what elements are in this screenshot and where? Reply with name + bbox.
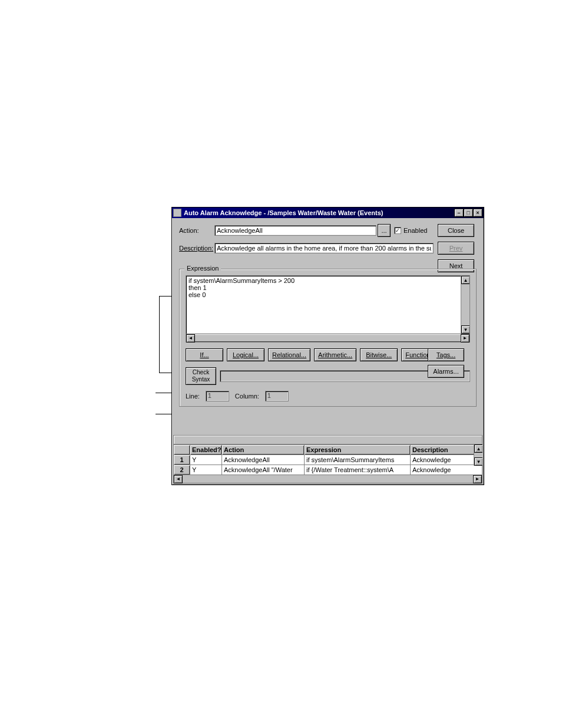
scroll-down-icon[interactable]: ▼ <box>474 457 482 466</box>
col-header-action[interactable]: Action <box>222 445 305 455</box>
expression-textarea[interactable]: if system\AlarmSummaryItems > 200 then 1… <box>186 275 470 334</box>
scroll-right-icon[interactable]: ► <box>461 334 470 342</box>
dialog-window: Auto Alarm Acknowledge - /Samples Water/… <box>171 207 484 485</box>
expression-hscroll[interactable]: ◄ ► <box>186 334 470 342</box>
grid-area: Enabled? Action Expression Description 1… <box>173 444 482 483</box>
cell-enabled[interactable]: Y <box>190 465 222 475</box>
window-title: Auto Alarm Acknowledge - /Samples Water/… <box>184 209 454 216</box>
minimize-button[interactable]: – <box>454 209 464 217</box>
row-number: 2 <box>174 465 190 475</box>
line-label: Line: <box>186 393 200 400</box>
col-header-description[interactable]: Description <box>411 445 482 455</box>
scroll-up-icon[interactable]: ▲ <box>474 444 482 453</box>
enabled-checkbox[interactable]: ✓ <box>394 227 401 234</box>
cell-expression[interactable]: if system\AlarmSummaryItems <box>305 455 411 465</box>
close-window-button[interactable]: × <box>473 209 482 217</box>
cell-description[interactable]: Acknowledge <box>411 455 482 465</box>
logical-button[interactable]: Logical... <box>227 348 265 361</box>
line-column-row: Line: 1 Column: 1 <box>186 391 470 401</box>
cell-action[interactable]: AcknowledgeAll <box>222 455 305 465</box>
scroll-left-icon[interactable]: ◄ <box>186 334 195 342</box>
arithmetic-button[interactable]: Arithmetic... <box>314 348 356 361</box>
grid-vscroll[interactable]: ▲ ▼ <box>474 444 482 466</box>
annotation-bracket-vertical <box>159 296 160 373</box>
cell-expression[interactable]: if {/Water Treatment::system\A <box>305 465 411 475</box>
app-icon <box>173 209 181 217</box>
grid-hscroll[interactable]: ◄ ► <box>173 475 482 483</box>
action-input[interactable] <box>214 225 376 236</box>
cell-enabled[interactable]: Y <box>190 455 222 465</box>
description-label: Description: <box>179 245 214 252</box>
check-syntax-button[interactable]: Check Syntax <box>186 367 216 385</box>
alarms-button[interactable]: Alarms... <box>428 365 464 378</box>
scroll-down-icon[interactable]: ▼ <box>461 325 470 334</box>
table-header-row: Enabled? Action Expression Description <box>174 445 482 455</box>
cell-action[interactable]: AcknowledgeAll "/Water <box>222 465 305 475</box>
row-number: 1 <box>174 455 190 465</box>
prev-button[interactable]: Prev <box>438 242 474 255</box>
events-table[interactable]: Enabled? Action Expression Description 1… <box>173 444 482 475</box>
action-row: Action: ... ✓ Enabled <box>179 224 477 237</box>
if-button[interactable]: If... <box>186 348 223 361</box>
scroll-left-icon[interactable]: ◄ <box>174 475 183 483</box>
col-header-expression[interactable]: Expression <box>305 445 411 455</box>
column-label: Column: <box>235 393 259 400</box>
maximize-button[interactable]: □ <box>464 209 473 217</box>
line-readout: 1 <box>206 391 229 401</box>
enabled-label: Enabled <box>404 227 427 234</box>
enabled-checkbox-wrap: ✓ Enabled <box>394 227 427 234</box>
titlebar[interactable]: Auto Alarm Acknowledge - /Samples Water/… <box>172 207 484 218</box>
action-label: Action: <box>179 227 214 234</box>
expression-vscroll[interactable]: ▲ ▼ <box>461 276 470 334</box>
scroll-right-icon[interactable]: ► <box>473 475 482 483</box>
browse-action-button[interactable]: ... <box>378 224 391 237</box>
relational-button[interactable]: Relational... <box>268 348 310 361</box>
description-input[interactable] <box>214 243 434 253</box>
expression-text: if system\AlarmSummaryItems > 200 then 1… <box>189 277 295 298</box>
tags-button[interactable]: Tags... <box>428 348 464 361</box>
table-row[interactable]: 1 Y AcknowledgeAll if system\AlarmSummar… <box>174 455 482 465</box>
expression-group-label: Expression <box>184 265 221 272</box>
row-header-corner <box>174 445 190 455</box>
bitwise-button[interactable]: Bitwise... <box>360 348 398 361</box>
statusbar <box>173 435 482 444</box>
description-row: Description: <box>179 243 477 253</box>
client-area: Close Prev Next Action: ... ✓ Enabled De… <box>172 218 484 485</box>
cell-description[interactable]: Acknowledge <box>411 465 482 475</box>
column-readout: 1 <box>265 391 289 401</box>
close-button[interactable]: Close <box>438 224 474 237</box>
table-row[interactable]: 2 Y AcknowledgeAll "/Water if {/Water Tr… <box>174 465 482 475</box>
col-header-enabled[interactable]: Enabled? <box>190 445 222 455</box>
expression-group: Expression if system\AlarmSummaryItems >… <box>179 269 477 407</box>
scroll-up-icon[interactable]: ▲ <box>461 276 470 284</box>
